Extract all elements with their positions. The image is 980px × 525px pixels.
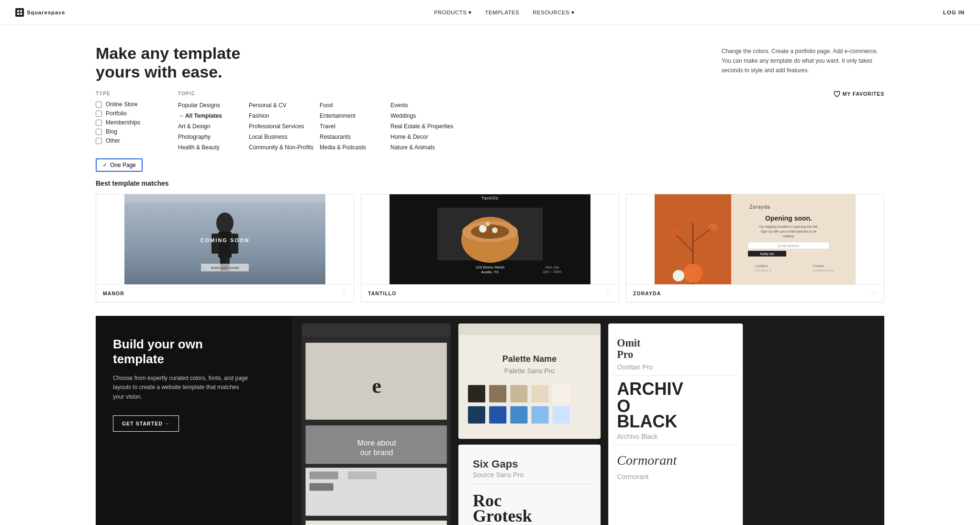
- svg-text:BLACK: BLACK: [617, 412, 677, 431]
- svg-text:Grotesk: Grotesk: [473, 506, 533, 525]
- topic-popular[interactable]: Popular Designs: [178, 101, 249, 110]
- svg-rect-69: [458, 324, 601, 335]
- svg-point-6: [216, 212, 234, 234]
- svg-rect-3: [17, 13, 19, 15]
- manor-favorite-icon[interactable]: ♡: [341, 290, 347, 297]
- build-left: Build your own template Choose from expe…: [96, 316, 292, 525]
- svg-rect-66: [306, 521, 447, 525]
- svg-text:Mon–Sat: Mon–Sat: [546, 266, 559, 269]
- svg-text:Archivo Black: Archivo Black: [617, 433, 658, 440]
- topic-events[interactable]: Events: [390, 101, 477, 110]
- svg-text:ARCHIV: ARCHIV: [617, 379, 683, 399]
- svg-text:2pm – 10pm: 2pm – 10pm: [543, 270, 562, 274]
- zorayda-footer: ZORAYDA ♡: [626, 284, 884, 302]
- nav-products[interactable]: PRODUCTS ▾: [434, 9, 471, 16]
- hero-description: Change the colors. Create a portfolio pa…: [722, 44, 884, 75]
- svg-text:Source Sans Pro: Source Sans Pro: [473, 471, 523, 479]
- topic-restaurants[interactable]: Restaurants: [320, 133, 390, 141]
- hero-heading-line2: yours with ease.: [96, 63, 223, 81]
- build-heading-line2: template: [113, 352, 164, 366]
- template-card-manor[interactable]: COMING SOON Enter your email MANOR ♡: [96, 194, 354, 302]
- svg-rect-77: [468, 406, 485, 424]
- topic-home-decor[interactable]: Home & Decor: [390, 133, 477, 141]
- nav-resources[interactable]: RESOURCES ▾: [533, 9, 574, 16]
- topic-community[interactable]: Community & Non-Profits: [249, 143, 320, 152]
- logo[interactable]: Squarespace: [15, 8, 66, 17]
- svg-point-22: [471, 224, 509, 239]
- my-favorites-button[interactable]: MY FAVORITES: [834, 91, 884, 152]
- topic-weddings[interactable]: Weddings: [390, 112, 477, 120]
- topic-local[interactable]: Local Business: [249, 133, 320, 141]
- type-online-store[interactable]: Online Store: [96, 101, 163, 108]
- manor-thumbnail: COMING SOON Enter your email: [96, 194, 354, 284]
- topic-col-3: Food Entertainment Travel Restaurants Me…: [320, 101, 390, 152]
- svg-text:123 Demo Street: 123 Demo Street: [476, 265, 505, 269]
- svg-rect-79: [510, 406, 527, 424]
- topic-all[interactable]: → All Templates: [178, 112, 249, 120]
- login-button[interactable]: LOG IN: [943, 10, 965, 15]
- type-portfolio[interactable]: Portfolio: [96, 110, 163, 117]
- svg-text:Pro: Pro: [617, 349, 633, 361]
- topic-photography[interactable]: Photography: [178, 133, 249, 141]
- svg-point-24: [492, 227, 498, 233]
- topic-filter: TOPIC Popular Designs → All Templates Ar…: [178, 91, 834, 152]
- svg-text:Cormorant: Cormorant: [617, 473, 648, 481]
- topic-nature[interactable]: Nature & Animals: [390, 143, 477, 152]
- svg-point-23: [479, 225, 487, 233]
- svg-text:Palette Name: Palette Name: [502, 355, 557, 364]
- svg-text:More about: More about: [357, 438, 397, 447]
- type-other[interactable]: Other: [96, 137, 163, 144]
- svg-text:our brand: our brand: [360, 448, 393, 457]
- build-section: Build your own template Choose from expe…: [96, 316, 884, 525]
- topic-health[interactable]: Health & Beauty: [178, 143, 249, 152]
- svg-rect-9: [231, 234, 238, 254]
- check-icon: ✓: [102, 162, 107, 168]
- svg-text:Tantillo: Tantillo: [481, 196, 499, 201]
- topic-col-4: Events Weddings Real Estate & Properties…: [390, 101, 477, 152]
- nav-center: PRODUCTS ▾ TEMPLATES RESOURCES ▾: [434, 9, 574, 16]
- svg-text:Cormorant: Cormorant: [617, 453, 677, 468]
- svg-text:Location: Location: [755, 264, 768, 268]
- topic-fashion[interactable]: Fashion: [249, 112, 320, 120]
- template-card-tantillo[interactable]: Tantillo 123 Demo Street Austin, TX Mon–…: [361, 194, 619, 302]
- svg-rect-81: [553, 406, 570, 424]
- one-page-tag[interactable]: ✓ One Page: [96, 158, 143, 172]
- topic-personal[interactable]: Personal & CV: [249, 101, 320, 110]
- filters-area: TYPE Online Store Portfolio Memberships …: [0, 91, 980, 152]
- svg-point-38: [673, 270, 684, 281]
- tantillo-favorite-icon[interactable]: ♡: [606, 290, 612, 297]
- svg-text:COMING SOON: COMING SOON: [200, 237, 250, 243]
- topic-professional[interactable]: Professional Services: [249, 122, 320, 131]
- svg-text:Palette Sans Pro: Palette Sans Pro: [504, 368, 555, 375]
- tantillo-preview: Tantillo 123 Demo Street Austin, TX Mon–…: [361, 194, 619, 284]
- svg-point-36: [708, 223, 718, 231]
- svg-text:Our flagship location is openi: Our flagship location is opening this fa…: [759, 225, 818, 229]
- svg-text:Six Gaps: Six Gaps: [473, 458, 518, 470]
- zorayda-favorite-icon[interactable]: ♡: [871, 290, 877, 297]
- template-card-zorayda[interactable]: Zorayda Opening soon. Our flagship locat…: [626, 194, 884, 302]
- topic-travel[interactable]: Travel: [320, 122, 390, 131]
- svg-rect-1: [17, 10, 19, 12]
- manor-footer: MANOR ♡: [96, 284, 354, 302]
- nav-templates[interactable]: TEMPLATES: [485, 10, 520, 15]
- main-nav: Squarespace PRODUCTS ▾ TEMPLATES RESOURC…: [0, 0, 980, 25]
- topic-food[interactable]: Food: [320, 101, 390, 110]
- topic-entertainment[interactable]: Entertainment: [320, 112, 390, 120]
- type-blog[interactable]: Blog: [96, 128, 163, 135]
- topic-media[interactable]: Media & Podcasts: [320, 143, 390, 152]
- topic-art[interactable]: Art & Design: [178, 122, 249, 131]
- topic-label: TOPIC: [178, 91, 834, 96]
- zorayda-preview: Zorayda Opening soon. Our flagship locat…: [626, 194, 884, 284]
- template-grid: COMING SOON Enter your email MANOR ♡ Tan…: [96, 194, 884, 302]
- topic-col-1: Popular Designs → All Templates Art & De…: [178, 101, 249, 152]
- svg-rect-72: [468, 385, 485, 402]
- svg-rect-63: [310, 472, 338, 480]
- svg-rect-74: [510, 385, 527, 402]
- svg-rect-75: [532, 385, 549, 402]
- hero-heading: Make any template yours with ease.: [96, 44, 240, 81]
- type-memberships[interactable]: Memberships: [96, 119, 163, 126]
- section-title: Best template matches: [96, 179, 884, 187]
- heart-icon: [834, 91, 840, 98]
- topic-real-estate[interactable]: Real Estate & Properties: [390, 122, 477, 131]
- get-started-button[interactable]: GET STARTED →: [113, 415, 179, 432]
